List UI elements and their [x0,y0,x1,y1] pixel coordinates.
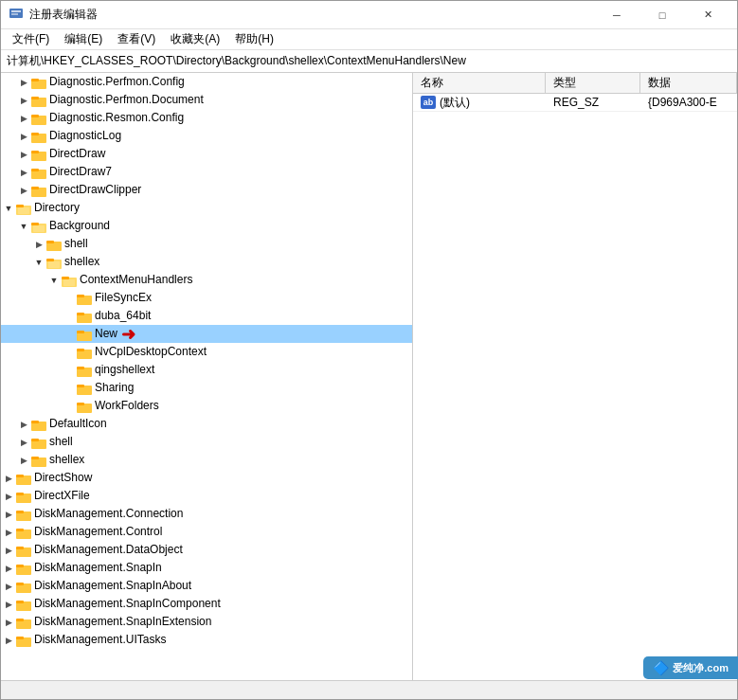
tree-node-directdrawclipper: ▶ DirectDrawClipper [1,181,412,199]
svg-rect-2 [11,13,18,15]
tree-row-directshow[interactable]: ▶ DirectShow [1,469,412,487]
menu-edit[interactable]: 编辑(E) [57,29,110,49]
tree-row-defaulticon[interactable]: ▶ DefaultIcon [1,415,412,433]
tree-panel[interactable]: ▶ Diagnostic.Perfmon.Config ▶ [1,73,413,680]
tree-row-directory[interactable]: ▼ Directory [1,199,412,217]
tree-node-directdraw: ▶ DirectDraw [1,145,412,163]
toggle-shellex2[interactable]: ▶ [16,453,31,468]
minimize-button[interactable]: ─ [595,1,639,29]
tree-row-sharing[interactable]: ▶ Sharing [1,379,412,397]
svg-rect-32 [77,295,84,297]
tree-node-duba64: ▶ duba_64bit [1,307,412,325]
tree-row-directxfile[interactable]: ▶ DirectXFile [1,487,412,505]
toggle-diskman-snapext[interactable]: ▶ [1,615,16,630]
folder-icon [16,526,31,539]
svg-rect-66 [16,601,24,603]
tree-row-diskman-snap[interactable]: ▶ DiskManagement.SnapIn [1,559,412,577]
toggle-contextmenu[interactable]: ▼ [46,273,62,288]
menu-view[interactable]: 查看(V) [110,29,163,49]
tree-row-diskman-snapext[interactable]: ▶ DiskManagement.SnapInExtension [1,613,412,631]
tree-label: DirectDrawClipper [49,181,141,199]
menu-help[interactable]: 帮助(H) [227,29,281,49]
toggle-diag-doc[interactable]: ▶ [16,93,31,108]
toggle-diskman-uitasks[interactable]: ▶ [1,633,16,648]
svg-rect-10 [31,133,39,135]
folder-open-icon [46,256,62,269]
detail-row-default[interactable]: ab (默认) REG_SZ {D969A300-E [413,94,737,112]
toggle-diskman-snapcomp[interactable]: ▶ [1,597,16,612]
tree-row-nvcpl[interactable]: ▶ NvCplDesktopContext [1,343,412,361]
tree-node-filesyncex: ▶ FileSyncEx [1,289,412,307]
tree-row-background[interactable]: ▼ Background [1,217,412,235]
menu-file[interactable]: 文件(F) [5,29,57,49]
tree-row-qingshellext[interactable]: ▶ qingshellext [1,361,412,379]
svg-rect-24 [46,241,54,243]
toggle-diskman-snapabout[interactable]: ▶ [1,579,16,594]
svg-rect-46 [31,421,39,423]
tree-node-background: ▼ Background [1,217,412,235]
toggle-diskman-ctrl[interactable]: ▶ [1,525,16,540]
toggle-background[interactable]: ▼ [16,219,31,234]
tree-row-filesyncex[interactable]: ▶ FileSyncEx [1,289,412,307]
svg-rect-18 [16,205,24,207]
tree-row-diskman-snapcomp[interactable]: ▶ DiskManagement.SnapInComponent [1,595,412,613]
toggle-shellex[interactable]: ▼ [31,255,46,270]
svg-rect-1 [11,10,21,12]
tree-row-diag-doc[interactable]: ▶ Diagnostic.Perfmon.Document [1,91,412,109]
folder-icon [16,598,31,611]
detail-panel[interactable]: 名称 类型 数据 ab (默认) REG_SZ {D969A300-E [413,73,737,680]
folder-icon [31,436,46,449]
title-bar: 注册表编辑器 ─ □ ✕ [1,1,737,29]
tree-node-shell2: ▶ shell [1,433,412,451]
tree-row-diag-config[interactable]: ▶ Diagnostic.Perfmon.Config [1,73,412,91]
tree-label: DiskManagement.Control [34,523,162,541]
menu-favorites[interactable]: 收藏夹(A) [163,29,227,49]
toggle-diag-resmon[interactable]: ▶ [16,111,31,126]
tree-row-workfolders[interactable]: ▶ WorkFolders [1,397,412,415]
tree-row-directdrawclipper[interactable]: ▶ DirectDrawClipper [1,181,412,199]
toggle-directshow[interactable]: ▶ [1,471,16,486]
col-data[interactable]: 数据 [640,73,737,93]
toggle-defaulticon[interactable]: ▶ [16,417,31,432]
toggle-diaglog[interactable]: ▶ [16,129,31,144]
svg-rect-64 [16,583,24,585]
tree-row-diskman-ctrl[interactable]: ▶ DiskManagement.Control [1,523,412,541]
maximize-button[interactable]: □ [640,1,684,29]
folder-icon [77,292,92,305]
toggle-diskman-snap[interactable]: ▶ [1,561,16,576]
toggle-diskman-conn[interactable]: ▶ [1,507,16,522]
svg-rect-29 [62,277,69,279]
folder-open-icon [62,274,77,287]
tree-row-directdraw[interactable]: ▶ DirectDraw [1,145,412,163]
tree-row-shell2[interactable]: ▶ shell [1,433,412,451]
tree-row-diskman-data[interactable]: ▶ DiskManagement.DataObject [1,541,412,559]
tree-row-diskman-conn[interactable]: ▶ DiskManagement.Connection [1,505,412,523]
toggle-directdraw7[interactable]: ▶ [16,165,31,180]
toggle-directdraw[interactable]: ▶ [16,147,31,162]
tree-row-diskman-snapabout[interactable]: ▶ DiskManagement.SnapInAbout [1,577,412,595]
tree-row-diskman-uitasks[interactable]: ▶ DiskManagement.UITasks [1,631,412,649]
toggle-shell[interactable]: ▶ [31,237,46,252]
toggle-directory[interactable]: ▼ [1,201,16,216]
tree-node-diag-resmon: ▶ Diagnostic.Resmon.Config [1,109,412,127]
toggle-diag-config[interactable]: ▶ [16,75,31,90]
tree-row-contextmenu[interactable]: ▼ ContextMenuHandlers [1,271,412,289]
toggle-shell2[interactable]: ▶ [16,435,31,450]
toggle-directdrawclipper[interactable]: ▶ [16,183,31,198]
tree-row-directdraw7[interactable]: ▶ DirectDraw7 [1,163,412,181]
tree-row-shellex[interactable]: ▼ shellex [1,253,412,271]
tree-row-diaglog[interactable]: ▶ DiagnosticLog [1,127,412,145]
tree-row-shell[interactable]: ▶ shell [1,235,412,253]
tree-node-sharing: ▶ Sharing [1,379,412,397]
tree-row-new[interactable]: ▶ New ➜ [1,325,412,343]
close-button[interactable]: ✕ [686,1,729,29]
tree-label: Diagnostic.Resmon.Config [49,109,184,127]
toggle-diskman-data[interactable]: ▶ [1,543,16,558]
col-name[interactable]: 名称 [413,73,546,93]
col-type[interactable]: 类型 [546,73,640,93]
tree-row-duba64[interactable]: ▶ duba_64bit [1,307,412,325]
tree-node-shellex2: ▶ shellex [1,451,412,469]
toggle-directxfile[interactable]: ▶ [1,489,16,504]
tree-row-shellex2[interactable]: ▶ shellex [1,451,412,469]
tree-row-diag-resmon[interactable]: ▶ Diagnostic.Resmon.Config [1,109,412,127]
